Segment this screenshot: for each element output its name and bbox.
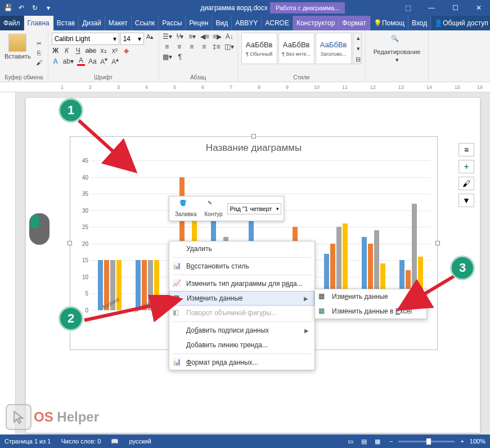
ctx-delete[interactable]: Удалить bbox=[169, 241, 314, 256]
highlight-icon[interactable]: ab▾ bbox=[63, 57, 74, 65]
shading-icon[interactable]: ◫▾ bbox=[224, 43, 234, 51]
grow-font-icon[interactable]: A▴ bbox=[145, 33, 155, 41]
save-icon[interactable]: 💾 bbox=[3, 3, 12, 12]
spell-check-icon[interactable]: 📖 bbox=[111, 438, 119, 445]
grow-font-icon2[interactable]: A▴ bbox=[111, 56, 119, 66]
tab-mailings[interactable]: Рассы bbox=[159, 16, 186, 30]
tab-abbyy[interactable]: ABBYY bbox=[232, 16, 262, 30]
sign-in[interactable]: Вход bbox=[408, 16, 431, 30]
editing-button[interactable]: 🔍 Редактирование ▾ bbox=[369, 33, 425, 66]
series-selector[interactable]: Ряд "1 четверт bbox=[227, 203, 282, 214]
print-layout-icon[interactable]: ▤ bbox=[358, 436, 370, 446]
align-left-icon[interactable]: ≡ bbox=[163, 43, 172, 51]
ctx-format-series[interactable]: 📊 Формат ряда данных... bbox=[169, 355, 314, 370]
mini-toolbar: 🪣 Заливка ✎ Контур Ряд "1 четверт bbox=[169, 196, 284, 221]
italic-button[interactable]: К bbox=[63, 47, 71, 55]
chart-elements-icon[interactable]: + bbox=[458, 160, 474, 173]
chart-layout-icon[interactable]: ≡ bbox=[458, 143, 474, 156]
multilevel-icon[interactable]: ≡▾ bbox=[188, 33, 197, 41]
vertical-ruler[interactable] bbox=[0, 92, 16, 436]
zoom-slider[interactable] bbox=[398, 441, 455, 442]
excel-icon: ▦ bbox=[318, 307, 327, 316]
justify-icon[interactable]: ≡ bbox=[200, 43, 209, 51]
line-spacing-icon[interactable]: ‡≡ bbox=[212, 43, 221, 51]
style-normal[interactable]: АаБбВв ¶ Обычный bbox=[241, 33, 277, 64]
superscript-button[interactable]: x² bbox=[111, 47, 119, 55]
tell-me[interactable]: 💡 Помощ bbox=[370, 16, 408, 30]
qat-more-icon[interactable]: ▾ bbox=[44, 3, 53, 12]
ctx-reset-style[interactable]: 📊 Восстановить стиль bbox=[169, 259, 314, 274]
increase-indent-icon[interactable]: ≡▶ bbox=[213, 33, 222, 41]
resize-handle[interactable] bbox=[68, 241, 72, 245]
fill-button[interactable]: 🪣 Заливка bbox=[172, 199, 200, 218]
style-up-icon[interactable]: ▴ bbox=[353, 34, 363, 42]
clear-format-icon[interactable]: ◆ bbox=[122, 47, 130, 55]
tab-review[interactable]: Рецен bbox=[186, 16, 212, 30]
cut-icon[interactable]: ✂ bbox=[34, 39, 44, 47]
outline-button[interactable]: ✎ Контур bbox=[201, 199, 226, 218]
tab-references[interactable]: Ссылк bbox=[132, 16, 159, 30]
web-layout-icon[interactable]: ▦ bbox=[371, 436, 384, 446]
font-size-combo[interactable]: 14▾ bbox=[120, 33, 144, 45]
tab-file[interactable]: Файл bbox=[0, 16, 24, 30]
bold-button[interactable]: Ж bbox=[52, 47, 60, 55]
zoom-level[interactable]: 100% bbox=[470, 438, 485, 445]
tab-chart-design[interactable]: Конструктор bbox=[293, 16, 339, 30]
bullets-icon[interactable]: ☰▾ bbox=[163, 33, 172, 41]
tab-acrobat[interactable]: ACROE bbox=[262, 16, 293, 30]
shrink-font-icon[interactable]: A▾ bbox=[100, 56, 108, 66]
text-effects-icon[interactable]: A bbox=[52, 57, 60, 65]
format-painter-icon[interactable]: 🖌 bbox=[34, 59, 44, 66]
style-heading1[interactable]: АаБбВв Заголово... bbox=[316, 33, 352, 64]
tab-design[interactable]: Дизай bbox=[79, 16, 105, 30]
change-case-icon[interactable]: Aa bbox=[88, 57, 97, 65]
redo-icon[interactable]: ↻ bbox=[30, 3, 39, 12]
close-icon[interactable]: ✕ bbox=[467, 0, 490, 16]
strike-button[interactable]: abc bbox=[86, 47, 96, 55]
ctx-change-chart-type[interactable]: 📈 Изменить тип диаграммы для ряда... bbox=[169, 276, 314, 291]
borders-icon[interactable]: ▦▾ bbox=[163, 53, 172, 61]
tab-home[interactable]: Главна bbox=[24, 16, 53, 30]
paste-button[interactable]: Вставить bbox=[3, 33, 32, 73]
share-button[interactable]: 👤 Общий доступ bbox=[431, 16, 490, 30]
tab-layout[interactable]: Макет bbox=[105, 16, 132, 30]
decrease-indent-icon[interactable]: ◀≡ bbox=[200, 33, 209, 41]
style-no-spacing[interactable]: АаБбВв ¶ Без инте... bbox=[278, 33, 314, 64]
align-center-icon[interactable]: ≡ bbox=[175, 43, 184, 51]
chart-styles-icon[interactable]: 🖌 bbox=[458, 177, 474, 190]
copy-icon[interactable]: ⎘ bbox=[34, 49, 44, 57]
font-name-combo[interactable]: Calibri Light▾ bbox=[52, 33, 119, 45]
subscript-button[interactable]: x₂ bbox=[100, 47, 107, 55]
minimize-icon[interactable]: — bbox=[420, 0, 443, 16]
submenu-arrow-icon: ▶ bbox=[304, 328, 309, 334]
ctx-add-trendline[interactable]: Добавить линию тренда... bbox=[169, 338, 314, 352]
tab-chart-format[interactable]: Формат bbox=[339, 16, 370, 30]
group-label: Стили bbox=[241, 73, 362, 80]
read-mode-icon[interactable]: ▭ bbox=[344, 436, 357, 446]
resize-handle[interactable] bbox=[435, 241, 440, 245]
ctx-3d-rotation: ◧ Поворот объемной фигуры... bbox=[169, 306, 314, 320]
show-marks-icon[interactable]: ¶ bbox=[176, 53, 185, 61]
undo-icon[interactable]: ↶ bbox=[17, 3, 26, 12]
horizontal-ruler[interactable]: 12345678910111213141519 bbox=[0, 82, 490, 92]
numbering-icon[interactable]: ⅟▾ bbox=[176, 33, 185, 41]
sort-icon[interactable]: A↓ bbox=[225, 33, 234, 41]
ctx-add-data-labels[interactable]: Добавить подписи данных ▶ bbox=[169, 323, 314, 338]
zoom-in-icon[interactable]: + bbox=[460, 438, 464, 445]
ctx-edit-data[interactable]: ▦ Изменить данные ▶ bbox=[169, 291, 314, 306]
tab-view[interactable]: Вид bbox=[212, 16, 232, 30]
style-more-icon[interactable]: ⊟ bbox=[353, 55, 363, 63]
page-indicator[interactable]: Страница 1 из 1 bbox=[5, 438, 51, 445]
word-count[interactable]: Число слов: 0 bbox=[61, 438, 101, 445]
tab-insert[interactable]: Встав bbox=[53, 16, 79, 30]
ribbon-options-icon[interactable]: ⬚ bbox=[397, 0, 419, 16]
maximize-icon[interactable]: ☐ bbox=[444, 0, 466, 16]
font-color-icon[interactable]: A bbox=[77, 56, 85, 66]
language-indicator[interactable]: русский bbox=[129, 438, 151, 445]
chart-filter-icon[interactable]: ▼ bbox=[458, 194, 474, 207]
underline-button[interactable]: Ч bbox=[74, 47, 82, 55]
style-down-icon[interactable]: ▾ bbox=[353, 44, 363, 52]
resize-handle[interactable] bbox=[251, 134, 256, 138]
zoom-out-icon[interactable]: − bbox=[389, 438, 393, 445]
align-right-icon[interactable]: ≡ bbox=[187, 43, 196, 51]
